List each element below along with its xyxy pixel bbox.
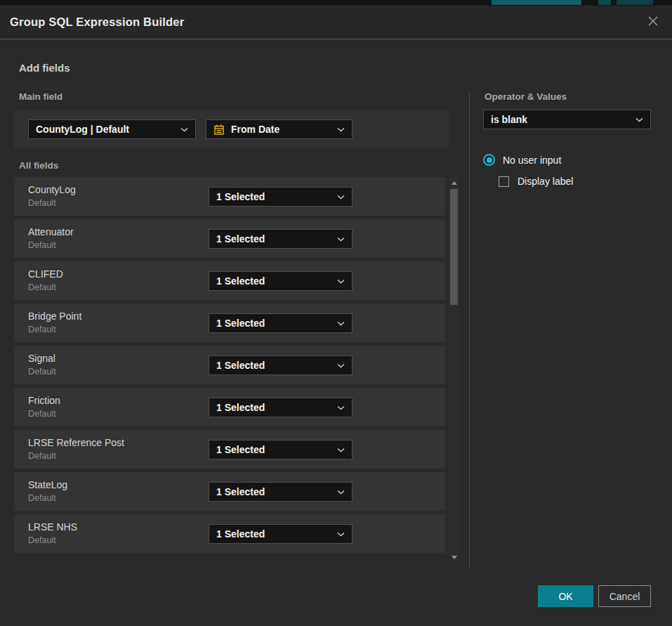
- field-selection-dropdown[interactable]: 1 Selected: [209, 482, 353, 502]
- chevron-down-icon: [337, 405, 345, 410]
- background-fragment: [617, 0, 653, 5]
- dialog-title: Group SQL Expression Builder: [10, 15, 184, 29]
- main-field-dropdown[interactable]: From Date: [206, 119, 353, 139]
- chevron-down-icon: [180, 127, 188, 132]
- field-selection-value: 1 Selected: [216, 402, 331, 413]
- chevron-down-icon: [337, 490, 345, 495]
- field-row[interactable]: Signal Default 1 Selected: [14, 346, 445, 384]
- field-selection-value: 1 Selected: [216, 233, 331, 244]
- field-subtitle: Default: [28, 325, 56, 334]
- field-row[interactable]: Friction Default 1 Selected: [14, 388, 445, 426]
- field-selection-value: 1 Selected: [216, 191, 331, 202]
- field-selection-value: 1 Selected: [216, 318, 331, 329]
- group-sql-expression-builder-dialog: Group SQL Expression Builder Add fields …: [0, 6, 672, 626]
- chevron-down-icon: [337, 321, 345, 326]
- field-selection-dropdown[interactable]: 1 Selected: [209, 313, 353, 333]
- field-name: LRSE Reference Post: [28, 437, 124, 448]
- field-name: Bridge Point: [28, 311, 81, 322]
- checkbox-label: Display label: [518, 176, 573, 187]
- field-selection-value: 1 Selected: [216, 444, 331, 455]
- field-subtitle: Default: [28, 409, 56, 419]
- panel-divider: [469, 91, 470, 569]
- calendar-date-icon: [213, 124, 225, 136]
- field-name: Signal: [28, 353, 55, 364]
- field-selection-value: 1 Selected: [216, 486, 331, 497]
- scrollbar-thumb[interactable]: [450, 189, 458, 305]
- close-button[interactable]: [643, 12, 664, 33]
- chevron-down-icon: [337, 195, 345, 200]
- field-subtitle: Default: [28, 198, 56, 208]
- chevron-down-icon: [337, 532, 345, 537]
- field-subtitle: Default: [28, 367, 56, 377]
- layer-select-dropdown[interactable]: CountyLog | Default: [28, 119, 196, 139]
- layer-select-value: CountyLog | Default: [36, 124, 175, 135]
- chevron-down-icon: [337, 363, 345, 368]
- field-selection-dropdown[interactable]: 1 Selected: [209, 187, 353, 207]
- field-row[interactable]: Attenuator Default 1 Selected: [14, 219, 445, 258]
- operator-dropdown[interactable]: is blank: [483, 110, 651, 129]
- field-subtitle: Default: [28, 240, 56, 250]
- field-selection-dropdown[interactable]: 1 Selected: [209, 271, 353, 291]
- all-fields-list: CountyLog Default 1 Selected Attenuator …: [14, 177, 445, 556]
- close-icon: [646, 14, 660, 32]
- field-subtitle: Default: [28, 451, 56, 461]
- main-field-panel: CountyLog | Default From Date: [14, 110, 449, 148]
- field-name: CLIFED: [28, 268, 63, 280]
- list-scrollbar[interactable]: [449, 177, 459, 562]
- chevron-down-icon: [337, 237, 345, 242]
- radio-icon: [483, 154, 495, 166]
- field-subtitle: Default: [28, 493, 56, 503]
- scroll-up-icon[interactable]: [452, 181, 457, 185]
- display-label-checkbox[interactable]: Display label: [499, 176, 573, 187]
- screen: Group SQL Expression Builder Add fields …: [0, 0, 672, 626]
- field-name: StateLog: [28, 479, 67, 490]
- field-name: CountyLog: [28, 184, 76, 195]
- field-name: LRSE NHS: [28, 521, 77, 533]
- operator-values-heading: Operator & Values: [485, 91, 567, 102]
- field-selection-dropdown[interactable]: 1 Selected: [209, 398, 353, 417]
- radio-dot: [487, 157, 492, 163]
- dialog-titlebar: Group SQL Expression Builder: [0, 6, 672, 39]
- field-row[interactable]: LRSE NHS Default 1 Selected: [14, 514, 445, 553]
- field-subtitle: Default: [28, 282, 56, 292]
- checkbox-icon: [499, 176, 509, 187]
- radio-label: No user input: [503, 155, 561, 166]
- main-field-label: Main field: [19, 91, 62, 102]
- field-selection-dropdown[interactable]: 1 Selected: [209, 356, 353, 375]
- field-selection-value: 1 Selected: [216, 528, 331, 540]
- field-row[interactable]: CountyLog Default 1 Selected: [14, 177, 445, 216]
- add-fields-heading: Add fields: [19, 62, 70, 74]
- scroll-down-icon[interactable]: [452, 556, 457, 559]
- cancel-button[interactable]: Cancel: [598, 585, 651, 607]
- chevron-down-icon: [635, 117, 643, 122]
- operator-value: is blank: [491, 114, 630, 125]
- no-user-input-radio[interactable]: No user input: [483, 154, 561, 166]
- background-app-strip: [0, 0, 672, 6]
- field-selection-dropdown[interactable]: 1 Selected: [209, 440, 353, 459]
- chevron-down-icon: [337, 127, 345, 132]
- background-fragment: [492, 0, 581, 5]
- field-selection-value: 1 Selected: [216, 360, 331, 371]
- field-row[interactable]: LRSE Reference Post Default 1 Selected: [14, 430, 445, 469]
- main-field-value: From Date: [231, 124, 331, 135]
- field-row[interactable]: StateLog Default 1 Selected: [14, 472, 445, 511]
- field-selection-dropdown[interactable]: 1 Selected: [209, 229, 353, 249]
- field-row[interactable]: Bridge Point Default 1 Selected: [14, 304, 445, 342]
- chevron-down-icon: [337, 279, 345, 284]
- field-name: Attenuator: [28, 226, 74, 237]
- field-selection-value: 1 Selected: [216, 275, 331, 287]
- field-row[interactable]: CLIFED Default 1 Selected: [14, 261, 445, 300]
- field-selection-dropdown[interactable]: 1 Selected: [209, 524, 353, 544]
- field-name: Friction: [28, 395, 60, 406]
- ok-button[interactable]: OK: [538, 585, 593, 607]
- all-fields-label: All fields: [19, 160, 58, 171]
- field-subtitle: Default: [28, 535, 56, 545]
- chevron-down-icon: [337, 448, 345, 452]
- background-fragment: [598, 0, 611, 5]
